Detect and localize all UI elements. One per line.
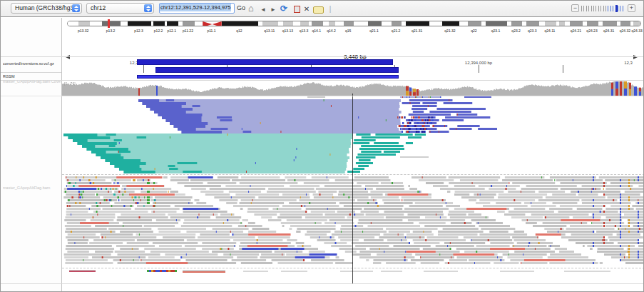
track-names-panel: convertedInversions.sv.vcf.gzRGSMmaster_… (1, 18, 61, 292)
zoom-tick[interactable] (620, 6, 620, 11)
zoom-tick[interactable] (603, 6, 604, 11)
go-button[interactable]: Go (237, 4, 245, 11)
zoom-tick[interactable] (581, 6, 582, 11)
igv-window: Human (GRCh38/hg38) chr12 chr12:12,391,5… (0, 0, 644, 292)
zoom-tick[interactable] (600, 6, 601, 11)
downsample-separator (62, 174, 644, 175)
zoom-tick[interactable] (596, 6, 596, 11)
center-line (352, 94, 353, 283)
vcf-track[interactable] (62, 18, 644, 89)
zoom-tick[interactable] (608, 6, 608, 11)
coverage-track-canvas[interactable] (62, 81, 644, 96)
track-border (1, 56, 644, 57)
locus-input[interactable]: chr12:12,391,529-12,394,975 (159, 3, 235, 14)
genotype-bar[interactable] (137, 75, 399, 79)
track-border (1, 283, 644, 284)
zoom-out-button[interactable]: − (571, 4, 579, 12)
genome-select[interactable]: Human (GRCh38/hg38) (11, 3, 82, 14)
back-icon[interactable]: ◄ (258, 5, 268, 15)
forward-icon[interactable]: ► (268, 5, 278, 15)
variant-bar[interactable] (137, 59, 393, 65)
zoom-tick[interactable] (610, 6, 611, 11)
toolbar: Human (GRCh38/hg38) chr12 chr12:12,391,5… (1, 1, 644, 17)
zoom-slider[interactable]: − + (571, 4, 637, 14)
chromosome-select[interactable]: chr12 (86, 3, 154, 14)
track-name-label[interactable]: convertedInversions.sv.vcf.gz (3, 61, 61, 66)
zoom-tick[interactable] (591, 6, 592, 11)
select-stepper-icon[interactable] (144, 4, 152, 12)
refresh-icon[interactable]: ⟳ (279, 4, 289, 14)
region-tool-icon[interactable] (292, 5, 302, 15)
variant-bar[interactable] (155, 67, 399, 73)
data-panel: p13.32p13.2p12.3p12.2p12.1p11.22p11.1q12… (62, 18, 644, 292)
track-border (1, 96, 644, 96)
zoom-tick[interactable] (613, 6, 613, 11)
genome-select-value: Human (GRCh38/hg38) (15, 4, 79, 11)
zoom-tick[interactable] (586, 6, 587, 11)
locus-input-value: chr12:12,391,529-12,394,975 (160, 4, 231, 11)
zoom-tick[interactable] (618, 6, 618, 11)
zoom-tick[interactable] (593, 6, 594, 11)
downsample-separator (62, 268, 644, 268)
track-border (1, 72, 61, 73)
close-icon[interactable]: ✕ (302, 4, 312, 14)
zoom-in-button[interactable]: + (628, 4, 635, 12)
zoom-tick[interactable] (605, 6, 606, 11)
chromosome-select-value: chr12 (91, 4, 106, 11)
select-stepper-icon[interactable] (72, 4, 80, 12)
home-icon[interactable]: ⌂ (246, 4, 256, 14)
zoom-tick[interactable] (583, 6, 584, 11)
track-border (1, 80, 644, 81)
zoom-tick[interactable] (598, 6, 599, 11)
alignment-track-canvas[interactable] (62, 96, 644, 283)
comment-icon[interactable] (313, 6, 323, 16)
zoom-tick[interactable] (623, 6, 623, 11)
zoom-tick[interactable] (588, 6, 589, 11)
toolbar-divider: | (325, 4, 335, 14)
zoom-tick-strip[interactable] (581, 4, 625, 14)
coverage-range-label: [0 - 76] (64, 81, 76, 86)
track-name-label[interactable]: RGSM (3, 74, 61, 79)
track-name-label[interactable]: master_GApopAltFlag.bam (3, 186, 61, 190)
